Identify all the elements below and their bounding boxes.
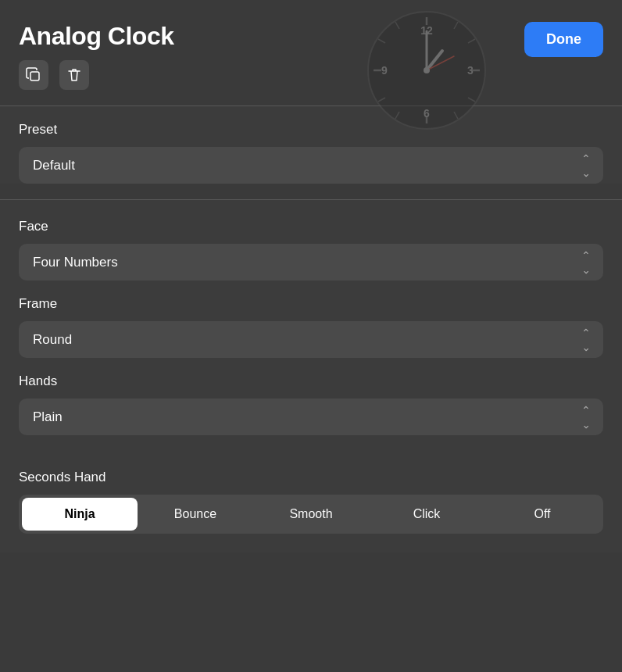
face-select[interactable]: Four Numbers All Numbers Roman Minimal N… (19, 244, 603, 281)
trash-icon (66, 67, 82, 83)
frame-select-wrapper: Round Square None ⌃ ⌃ (19, 321, 603, 358)
hands-label: Hands (19, 374, 603, 389)
face-select-wrapper: Four Numbers All Numbers Roman Minimal N… (19, 244, 603, 281)
svg-point-21 (424, 67, 430, 73)
frame-select[interactable]: Round Square None (19, 321, 603, 358)
hands-select-wrapper: Plain Broad Thin Classic ⌃ ⌃ (19, 399, 603, 435)
done-button[interactable]: Done (524, 22, 603, 57)
top-section: Analog Clock (0, 0, 622, 105)
seconds-hand-segmented-control: Ninja Bounce Smooth Click Off (19, 495, 603, 534)
seg-btn-smooth[interactable]: Smooth (253, 498, 369, 531)
seconds-hand-section: Seconds Hand Ninja Bounce Smooth Click O… (0, 470, 622, 552)
face-label: Face (19, 219, 603, 234)
svg-rect-0 (30, 72, 39, 80)
delete-button[interactable] (59, 60, 89, 90)
svg-text:6: 6 (424, 107, 430, 120)
copy-icon (26, 67, 41, 83)
frame-label: Frame (19, 296, 603, 312)
seg-btn-bounce[interactable]: Bounce (138, 498, 253, 531)
clock-svg: 12 3 6 9 (364, 8, 489, 133)
clock-preview: 12 3 6 9 (364, 8, 489, 133)
svg-text:3: 3 (467, 64, 474, 77)
seg-btn-off[interactable]: Off (484, 498, 600, 531)
settings-section: Face Four Numbers All Numbers Roman Mini… (0, 200, 622, 470)
preset-select[interactable]: Default Classic Modern Minimal (19, 147, 603, 184)
seg-btn-ninja[interactable]: Ninja (22, 498, 138, 531)
seg-btn-click[interactable]: Click (369, 498, 484, 531)
icon-row (19, 60, 173, 90)
app-title: Analog Clock (19, 22, 173, 51)
copy-button[interactable] (19, 60, 48, 90)
hands-select[interactable]: Plain Broad Thin Classic (19, 399, 603, 435)
preset-label: Preset (19, 122, 603, 138)
preset-section: Preset Default Classic Modern Minimal ⌃ … (0, 106, 622, 184)
seconds-hand-label: Seconds Hand (19, 470, 603, 485)
preset-select-wrapper: Default Classic Modern Minimal ⌃ ⌃ (19, 147, 603, 184)
svg-text:9: 9 (381, 64, 388, 77)
top-left: Analog Clock (19, 22, 173, 90)
